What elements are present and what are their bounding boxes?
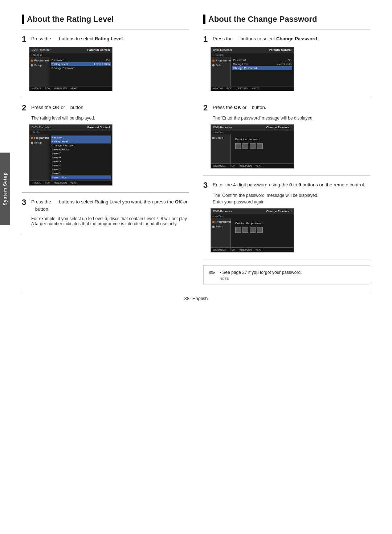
no-disc-label: ○ No Disc	[211, 130, 294, 134]
step-text: Press the buttons to select Rating Level…	[31, 35, 124, 43]
level-6: Level 6	[51, 155, 111, 159]
sidebar-programme: Programme	[29, 58, 49, 63]
level-3: Level 3	[51, 167, 111, 171]
screen-mockup-1-right: DVD-Recorder Parental Control ○ No Disc …	[211, 47, 370, 91]
left-step-3: 3 Press the buttons to select Rating Lev…	[22, 198, 189, 226]
sidebar-programme: Programme	[211, 219, 230, 224]
level-2: Level 2	[51, 171, 111, 175]
step-number: 2	[203, 104, 210, 112]
password-boxes	[235, 227, 289, 233]
screen-footer: ⊞NUMBER®OK↺RETURN≡EXIT	[211, 163, 294, 168]
screen-mockup-1-left: DVD-Recorder Parental Control ○ No Disc …	[29, 47, 189, 91]
title-bar-icon	[22, 15, 24, 24]
no-disc-label: ○ No Disc	[29, 130, 112, 134]
step-text: Press the buttons to select Rating Level…	[31, 198, 189, 213]
screen-mockup-2-right: DVD-Recorder Change Password ○ No Disc S…	[211, 124, 370, 169]
screen-mockup-3-right: DVD-Recorder Change Password ○ No Disc P…	[211, 208, 370, 252]
left-step-1: 1 Press the buttons to select Rating Lev…	[22, 35, 189, 91]
screen-header-right: Parental Control	[269, 48, 291, 52]
sidebar-setup: Setup	[211, 135, 230, 140]
dot-icon	[212, 221, 215, 223]
note-icon: ✏	[209, 269, 215, 277]
page-footer: 38- English	[22, 292, 370, 301]
dot-icon	[31, 60, 33, 62]
screen-header-left: DVD-Recorder	[32, 48, 50, 52]
sidebar-setup: Setup	[211, 224, 230, 229]
level-8: Level 8 Adults	[51, 147, 111, 151]
step-text: Press the OK or button.	[31, 104, 85, 111]
pw-box-4	[257, 143, 263, 149]
dvd-row-password: PasswordOn	[51, 58, 111, 62]
screen-header-right: Parental Control	[87, 126, 110, 129]
confirm-password-section: Confirm the password	[232, 219, 292, 235]
step-text: Enter the 4-digit password using the 0 t…	[213, 181, 365, 189]
screen-header-right: Change Password	[266, 210, 291, 213]
level-4: Level 4	[51, 163, 111, 167]
sidebar-programme: Programme	[29, 135, 49, 140]
left-section-title: About the Rating Level	[22, 15, 189, 24]
dot-icon	[212, 60, 215, 62]
gear-icon	[212, 226, 215, 228]
level-5: Level 5	[51, 159, 111, 163]
right-section-title: About the Change Password	[203, 15, 370, 24]
note-text: ▪ See page 37 if you forgot your passwor…	[220, 269, 302, 276]
level-list: Level 8 Adults Level 7 Level 6 Level 5 L…	[51, 147, 111, 179]
no-disc-label: ○ No Disc	[29, 53, 112, 57]
enter-password-label: Enter the password	[235, 138, 289, 141]
right-step-3: 3 Enter the 4-digit password using the 0…	[203, 181, 370, 252]
step-detail-text: For example, if you select up to Level 6…	[31, 216, 189, 226]
left-step-2: 2 Press the OK or button. The rating lev…	[22, 104, 189, 186]
right-step-2: 2 Press the OK or button. The 'Enter the…	[203, 104, 370, 169]
pw-box-3	[250, 143, 256, 149]
gear-icon	[212, 64, 215, 66]
level-7: Level 7	[51, 151, 111, 155]
step-sub-text: The rating level will be displayed.	[31, 116, 189, 121]
screen-footer: ⇔MOVE®OK↺RETURN≡EXIT	[211, 86, 294, 91]
screen-header-left: DVD-Recorder	[213, 126, 232, 129]
pw-box-4	[257, 227, 263, 233]
password-entry-section: Enter the password	[232, 135, 292, 151]
no-disc-label: ○ No Disc	[211, 214, 294, 218]
screen-mockup-2-left: DVD-Recorder Parental Control ○ No Disc …	[29, 124, 189, 186]
step-number: 1	[203, 35, 210, 43]
screen-header-left: DVD-Recorder	[32, 126, 50, 129]
dvd-row-password-l2: Password	[51, 135, 111, 139]
password-boxes	[235, 143, 289, 149]
no-disc-label: ○ No Disc	[211, 53, 294, 57]
dvd-row-change-pw: Change Password	[232, 66, 292, 70]
dvd-row-rating-l2: Rating Level	[51, 139, 111, 143]
gear-icon	[212, 137, 215, 139]
sidebar-setup: Setup	[29, 140, 49, 145]
dvd-row-change-pw: Change Password	[51, 66, 111, 70]
screen-header-left: DVD-Recorder	[213, 48, 232, 52]
sidebar-label-text: System Setup	[3, 172, 8, 205]
step-number: 2	[22, 104, 28, 112]
dvd-row-rating: Rating LevelLevel 1 Kids	[51, 62, 111, 66]
step-sub-text2: Enter your password again.	[213, 199, 370, 205]
screen-footer: ⊞NUMBER®OK↺RETURN≡EXIT	[211, 247, 294, 252]
title-bar-icon	[203, 15, 205, 24]
gear-icon	[31, 64, 33, 66]
step-number: 1	[22, 35, 28, 43]
pw-box-2	[242, 227, 248, 233]
note-label: NOTE	[220, 277, 302, 280]
gear-icon	[31, 142, 33, 144]
step-sub-text: The 'Confirm the password' message will …	[213, 193, 370, 198]
step-text: Press the OK or button.	[213, 104, 266, 111]
pw-box-2	[242, 143, 248, 149]
confirm-password-label: Confirm the password	[235, 222, 289, 225]
sidebar-setup: Setup	[29, 63, 49, 68]
step-text: Press the buttons to select Change Passw…	[213, 35, 318, 43]
note-box: ✏ ▪ See page 37 if you forgot your passw…	[203, 265, 370, 284]
sidebar-setup: Setup	[211, 63, 230, 68]
pw-box-3	[250, 227, 256, 233]
dvd-row-rating: Rating LevelLevel 1 Kids	[232, 62, 292, 66]
screen-header-left: DVD-Recorder	[213, 210, 232, 213]
step-number: 3	[22, 198, 28, 206]
step-number: 3	[203, 181, 210, 189]
step-sub-text: The 'Enter the password' message will be…	[213, 116, 370, 121]
left-section: About the Rating Level 1 Press the butto…	[22, 15, 189, 284]
right-step-1: 1 Press the buttons to select Change Pas…	[203, 35, 370, 91]
pw-box-1	[235, 227, 241, 233]
dot-icon	[31, 137, 33, 139]
